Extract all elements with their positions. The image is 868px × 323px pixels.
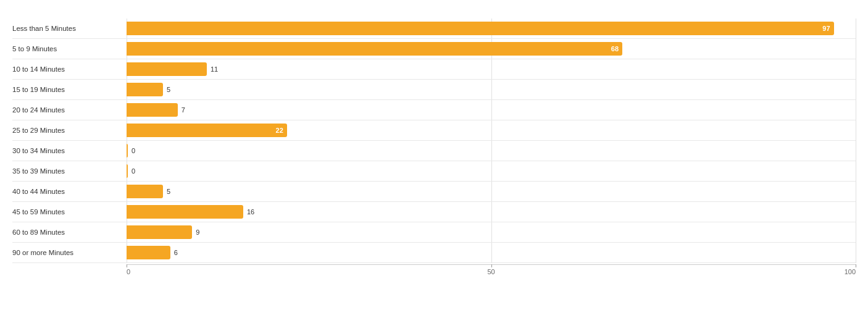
bar-label: Less than 5 Minutes [12,25,127,32]
bar-fill [127,83,163,96]
bar-label: 35 to 39 Minutes [12,167,127,175]
bar-value-label: 5 [167,188,170,195]
bar-label: 40 to 44 Minutes [12,188,127,195]
bar-fill [127,246,170,259]
x-axis-tick: 50 [487,268,495,275]
gridline [856,19,856,263]
bar-value-label: 97 [822,25,830,32]
bar-value-label: 16 [247,208,254,216]
x-axis-tick: 0 [127,268,130,275]
bar-label: 60 to 89 Minutes [12,229,127,236]
bar-track: 16 [127,205,856,219]
bar-track: 6 [127,246,856,259]
bar-value-label: 9 [196,229,199,236]
bar-row: Less than 5 Minutes97 [12,19,856,39]
bar-value-label: 22 [276,127,283,134]
bar-label: 15 to 19 Minutes [12,86,127,93]
bar-label: 90 or more Minutes [12,249,127,256]
bar-value-label: 0 [131,147,135,154]
bar-row: 5 to 9 Minutes68 [12,39,856,59]
x-axis-tick-mark [127,264,127,267]
bar-label: 5 to 9 Minutes [12,45,127,52]
bar-fill [127,144,128,157]
bar-row: 30 to 34 Minutes0 [12,141,856,161]
bar-value-label: 7 [182,106,185,114]
bar-value-label: 5 [167,86,170,93]
x-axis-tick-mark [856,264,856,267]
bar-fill [127,62,207,76]
bar-row: 10 to 14 Minutes11 [12,59,856,80]
bar-fill [127,164,128,178]
x-axis-tick: 100 [845,268,856,275]
bar-track: 68 [127,42,856,56]
bar-row: 20 to 24 Minutes7 [12,100,856,120]
x-axis: 050100 [127,264,856,282]
bar-fill [127,185,163,198]
bar-track: 0 [127,144,856,157]
bar-value-label: 68 [611,45,619,52]
bar-row: 90 or more Minutes6 [12,243,856,263]
bar-fill [127,225,192,239]
bar-track: 5 [127,185,856,198]
bar-track: 5 [127,83,856,96]
bar-track: 97 [127,22,856,35]
bar-value-label: 11 [211,65,218,73]
bar-track: 11 [127,62,856,76]
bar-fill [127,205,243,219]
bar-track: 9 [127,225,856,239]
bar-track: 22 [127,124,856,137]
bar-label: 30 to 34 Minutes [12,147,127,154]
x-axis-tick-mark [491,264,492,267]
bar-fill: 97 [127,22,834,35]
bar-value-label: 0 [131,167,135,175]
bar-value-label: 6 [174,249,178,256]
bar-row: 25 to 29 Minutes22 [12,120,856,141]
bar-label: 20 to 24 Minutes [12,106,127,114]
chart-container: Less than 5 Minutes975 to 9 Minutes6810 … [0,0,868,323]
bar-row: 15 to 19 Minutes5 [12,80,856,100]
bar-label: 45 to 59 Minutes [12,208,127,216]
bar-row: 35 to 39 Minutes0 [12,161,856,182]
bar-fill: 22 [127,124,287,137]
bar-track: 7 [127,103,856,117]
bar-label: 25 to 29 Minutes [12,127,127,134]
bar-fill: 68 [127,42,622,56]
bar-track: 0 [127,164,856,178]
bars-area: Less than 5 Minutes975 to 9 Minutes6810 … [12,19,856,263]
bar-fill [127,103,178,117]
bar-label: 10 to 14 Minutes [12,65,127,73]
bar-row: 45 to 59 Minutes16 [12,202,856,222]
bar-row: 60 to 89 Minutes9 [12,222,856,243]
bar-row: 40 to 44 Minutes5 [12,182,856,202]
